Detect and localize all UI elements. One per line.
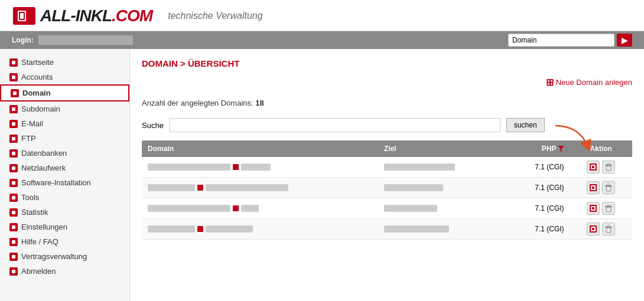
edit-icon [589, 225, 597, 233]
sidebar-item-ftp[interactable]: FTP [0, 131, 129, 146]
hilfe-icon [9, 238, 18, 246]
svg-rect-8 [606, 166, 611, 171]
sidebar-item-datenbanken[interactable]: Datenbanken [0, 146, 129, 161]
search-row-input[interactable] [170, 118, 500, 132]
domain-blur-2 [206, 225, 253, 233]
sidebar-item-startseite[interactable]: Startseite [0, 55, 129, 70]
svg-rect-14 [606, 187, 611, 191]
search-button[interactable]: ▶ [617, 34, 632, 47]
th-php: PHP [506, 140, 570, 157]
edit-icon [589, 163, 597, 171]
sidebar-item-accounts[interactable]: Accounts [0, 70, 129, 84]
content-area: DOMAIN > ÜBERSICHT ⊞ Neue Domain anlegen… [130, 49, 644, 301]
table-container: Domain Ziel PHP Aktion [142, 140, 632, 240]
td-ziel-3 [378, 198, 506, 219]
sidebar-item-tools[interactable]: Tools [0, 190, 129, 205]
delete-button-3[interactable] [602, 202, 615, 215]
search-input[interactable] [508, 34, 614, 47]
sidebar-label-subdomain: Subdomain [21, 104, 60, 113]
domain-dot [233, 205, 239, 211]
sidebar-label-startseite: Startseite [21, 58, 54, 67]
td-action-2 [570, 178, 632, 198]
login-bar: Login: ▶ [0, 31, 644, 49]
svg-rect-3 [20, 13, 24, 19]
domain-blur [148, 184, 195, 191]
sidebar-label-hilfe: Hilfe / FAQ [21, 237, 58, 246]
ziel-blur [384, 184, 443, 191]
delete-button-2[interactable] [602, 181, 615, 194]
new-domain-label: Neue Domain anlegen [556, 78, 632, 87]
delete-button-4[interactable] [602, 223, 615, 235]
abmelden-icon [9, 267, 18, 276]
edit-icon [589, 204, 597, 212]
table-row: 7.1 (CGI) [142, 157, 632, 178]
sidebar-item-einstellungen[interactable]: Einstellungen [0, 220, 129, 234]
svg-rect-15 [607, 184, 610, 186]
new-domain-bar: ⊞ Neue Domain anlegen [142, 77, 632, 88]
delete-icon [604, 184, 613, 192]
td-domain-1 [142, 157, 378, 178]
sidebar-label-datenbanken: Datenbanken [21, 149, 67, 158]
sidebar-label-software: Software-Installation [21, 178, 91, 187]
edit-button-1[interactable] [587, 161, 600, 174]
logo-text: ALL-INKL.COM [40, 6, 152, 25]
sidebar-item-software[interactable]: Software-Installation [0, 175, 129, 190]
edit-button-2[interactable] [587, 181, 600, 194]
td-action-4 [570, 219, 632, 240]
logo-box: ALL-INKL.COM [12, 6, 152, 26]
plus-icon: ⊞ [546, 77, 554, 88]
table-row: 7.1 (CGI) [142, 219, 632, 240]
delete-icon [604, 225, 613, 233]
svg-rect-27 [607, 225, 610, 227]
sidebar-item-vertragsverwaltung[interactable]: Vertragsverwaltung [0, 249, 129, 264]
sidebar-item-hilfe[interactable]: Hilfe / FAQ [0, 234, 129, 249]
ziel-blur [384, 225, 449, 233]
td-ziel-2 [378, 178, 506, 198]
sidebar-label-domain: Domain [22, 89, 51, 97]
sidebar-item-email[interactable]: E-Mail [0, 116, 129, 131]
domain-icon [11, 89, 19, 97]
sidebar-item-subdomain[interactable]: Subdomain [0, 102, 129, 116]
sidebar-item-statistik[interactable]: Statistik [0, 205, 129, 220]
sidebar-label-email: E-Mail [21, 119, 43, 128]
td-domain-4 [142, 219, 378, 240]
domain-blur-2 [241, 163, 271, 171]
search-row-button[interactable]: suchen [506, 118, 545, 132]
td-ziel-4 [378, 219, 506, 240]
domain-blur-2 [241, 205, 259, 212]
delete-button-1[interactable] [602, 161, 615, 174]
td-action-1 [570, 157, 632, 178]
td-php-3: 7.1 (CGI) [506, 198, 570, 219]
new-domain-link[interactable]: ⊞ Neue Domain anlegen [546, 77, 632, 88]
table-header-row: Domain Ziel PHP Aktion [142, 140, 632, 157]
domain-table: Domain Ziel PHP Aktion [142, 140, 632, 240]
accounts-icon [9, 73, 18, 81]
edit-icon [589, 184, 597, 192]
action-icons-3 [576, 202, 626, 215]
ftp-icon [9, 135, 18, 143]
netzlaufwerk-icon [9, 164, 18, 172]
php-filter-icon[interactable] [558, 146, 564, 152]
sidebar-label-tools: Tools [21, 193, 39, 202]
sidebar-label-einstellungen: Einstellungen [21, 223, 67, 231]
ziel-blur [384, 205, 437, 212]
login-value [38, 35, 133, 45]
svg-rect-9 [607, 163, 610, 165]
login-label: Login: [12, 36, 34, 44]
sidebar-item-domain[interactable]: Domain [0, 84, 129, 102]
logo-icon [12, 6, 37, 26]
sidebar-label-statistik: Statistik [21, 208, 48, 217]
domain-count-label: Anzahl der angelegten Domains: [142, 99, 253, 107]
th-domain: Domain [142, 140, 378, 157]
breadcrumb: DOMAIN > ÜBERSICHT [142, 58, 632, 68]
edit-button-4[interactable] [587, 223, 600, 235]
edit-button-3[interactable] [587, 202, 600, 215]
action-icons-4 [576, 223, 626, 235]
sidebar-item-abmelden[interactable]: Abmelden [0, 264, 129, 279]
delete-icon [604, 163, 613, 171]
logo-area: ALL-INKL.COM technische Verwaltung [12, 6, 263, 26]
td-domain-3 [142, 198, 378, 219]
subdomain-icon [9, 105, 18, 113]
sidebar-item-netzlaufwerk[interactable]: Netzlaufwerk [0, 161, 129, 175]
search-row: Suche suchen [142, 118, 632, 132]
